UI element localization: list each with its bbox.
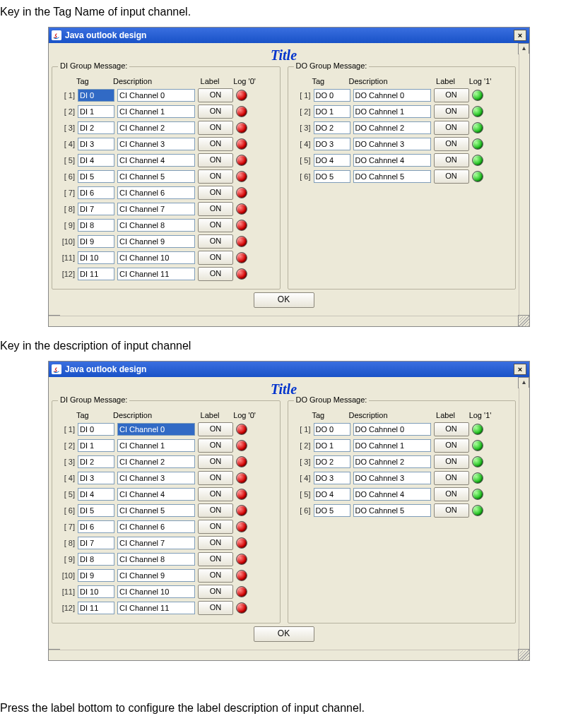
tag-input[interactable]: DI 1	[78, 439, 114, 452]
label-button[interactable]: ON	[198, 169, 233, 184]
tag-input[interactable]: DI 11	[78, 602, 114, 614]
label-button[interactable]: ON	[434, 438, 469, 453]
label-button[interactable]: ON	[198, 267, 233, 281]
label-button[interactable]: ON	[198, 487, 233, 501]
label-button[interactable]: ON	[198, 202, 233, 216]
scrollbar-vertical[interactable]	[519, 54, 529, 316]
label-button[interactable]: ON	[198, 585, 233, 599]
tag-input[interactable]: DO 3	[314, 472, 350, 484]
description-input[interactable]: CI Channel 11	[117, 602, 195, 614]
description-input[interactable]: DO Cahnnel 4	[353, 154, 431, 167]
description-input[interactable]: CI Channel 5	[117, 504, 195, 517]
tag-input[interactable]: DI 8	[78, 219, 114, 232]
scrollbar-vertical[interactable]	[519, 388, 529, 650]
description-input[interactable]: CI Channel 2	[117, 121, 195, 134]
scroll-up-icon[interactable]: ▴	[518, 377, 529, 388]
close-button[interactable]: ×	[514, 30, 526, 41]
tag-input[interactable]: DI 4	[78, 154, 114, 167]
description-input[interactable]: CI Channel 0	[117, 89, 195, 102]
description-input[interactable]: CI Channel 6	[117, 186, 195, 199]
label-button[interactable]: ON	[198, 601, 233, 615]
tag-input[interactable]: DI 5	[78, 170, 114, 183]
label-button[interactable]: ON	[434, 503, 469, 518]
label-button[interactable]: ON	[198, 234, 233, 249]
tag-input[interactable]: DI 9	[78, 569, 114, 582]
label-button[interactable]: ON	[198, 121, 233, 135]
label-button[interactable]: ON	[198, 438, 233, 453]
description-input[interactable]: DO Cahnnel 3	[353, 472, 431, 484]
tag-input[interactable]: DO 0	[314, 423, 350, 436]
label-button[interactable]: ON	[434, 88, 469, 102]
tag-input[interactable]: DI 7	[78, 203, 114, 215]
tag-input[interactable]: DO 5	[314, 170, 350, 183]
tag-input[interactable]: DI 6	[78, 520, 114, 533]
tag-input[interactable]: DO 1	[314, 439, 350, 452]
description-input[interactable]: DO Cahnnel 1	[353, 105, 431, 118]
tag-input[interactable]: DO 5	[314, 504, 350, 517]
tag-input[interactable]: DI 5	[78, 504, 114, 517]
label-button[interactable]: ON	[198, 422, 233, 436]
tag-input[interactable]: DI 2	[78, 455, 114, 468]
tag-input[interactable]: DO 1	[314, 105, 350, 118]
description-input[interactable]: CI Channel 4	[117, 488, 195, 501]
tag-input[interactable]: DI 3	[78, 472, 114, 484]
label-button[interactable]: ON	[434, 455, 469, 469]
description-input[interactable]: CI Channel 8	[117, 553, 195, 566]
description-input[interactable]: CI Channel 10	[117, 585, 195, 598]
tag-input[interactable]: DI 0	[78, 89, 114, 102]
tag-input[interactable]: DO 4	[314, 154, 350, 167]
description-input[interactable]: CI Channel 3	[117, 138, 195, 150]
label-button[interactable]: ON	[198, 218, 233, 232]
description-input[interactable]: CI Channel 1	[117, 105, 195, 118]
description-input[interactable]: DO Cahnnel 0	[353, 89, 431, 102]
description-input[interactable]: CI Channel 9	[117, 569, 195, 582]
description-input[interactable]: CI Channel 1	[117, 439, 195, 452]
label-button[interactable]: ON	[434, 422, 469, 436]
description-input[interactable]: CI Channel 4	[117, 154, 195, 167]
tag-input[interactable]: DO 4	[314, 488, 350, 501]
resize-grip-icon[interactable]	[519, 316, 529, 326]
description-input[interactable]: DO Cahnnel 2	[353, 121, 431, 134]
label-button[interactable]: ON	[198, 455, 233, 469]
tag-input[interactable]: DI 6	[78, 186, 114, 199]
description-input[interactable]: DO Cahnnel 4	[353, 488, 431, 501]
label-button[interactable]: ON	[198, 186, 233, 200]
tag-input[interactable]: DI 7	[78, 537, 114, 549]
tag-input[interactable]: DI 8	[78, 553, 114, 566]
label-button[interactable]: ON	[198, 552, 233, 566]
label-button[interactable]: ON	[198, 536, 233, 550]
label-button[interactable]: ON	[198, 153, 233, 167]
label-button[interactable]: ON	[434, 487, 469, 501]
tag-input[interactable]: DI 10	[78, 585, 114, 598]
description-input[interactable]: CI Channel 2	[117, 455, 195, 468]
description-input[interactable]: CI Channel 11	[117, 268, 195, 280]
tag-input[interactable]: DI 3	[78, 138, 114, 150]
description-input[interactable]: CI Channel 10	[117, 251, 195, 264]
scrollbar-horizontal[interactable]	[49, 650, 519, 660]
tag-input[interactable]: DO 3	[314, 138, 350, 150]
label-button[interactable]: ON	[434, 153, 469, 167]
label-button[interactable]: ON	[198, 503, 233, 518]
description-input[interactable]: CI Channel 0	[117, 423, 195, 436]
tag-input[interactable]: DO 0	[314, 89, 350, 102]
description-input[interactable]: DO Cahnnel 0	[353, 423, 431, 436]
description-input[interactable]: DO Cahnnel 5	[353, 170, 431, 183]
tag-input[interactable]: DO 2	[314, 121, 350, 134]
label-button[interactable]: ON	[198, 568, 233, 583]
label-button[interactable]: ON	[198, 471, 233, 485]
description-input[interactable]: DO Cahnnel 3	[353, 138, 431, 150]
ok-button[interactable]: OK	[254, 626, 314, 642]
tag-input[interactable]: DI 10	[78, 251, 114, 264]
tag-input[interactable]: DI 4	[78, 488, 114, 501]
ok-button[interactable]: OK	[254, 292, 314, 308]
scrollbar-horizontal[interactable]	[49, 316, 519, 326]
label-button[interactable]: ON	[434, 121, 469, 135]
tag-input[interactable]: DI 1	[78, 105, 114, 118]
label-button[interactable]: ON	[434, 105, 469, 119]
label-button[interactable]: ON	[198, 520, 233, 534]
description-input[interactable]: DO Cahnnel 2	[353, 455, 431, 468]
description-input[interactable]: DO Cahnnel 1	[353, 439, 431, 452]
scroll-up-icon[interactable]: ▴	[518, 43, 529, 54]
label-button[interactable]: ON	[434, 169, 469, 184]
tag-input[interactable]: DI 9	[78, 235, 114, 248]
